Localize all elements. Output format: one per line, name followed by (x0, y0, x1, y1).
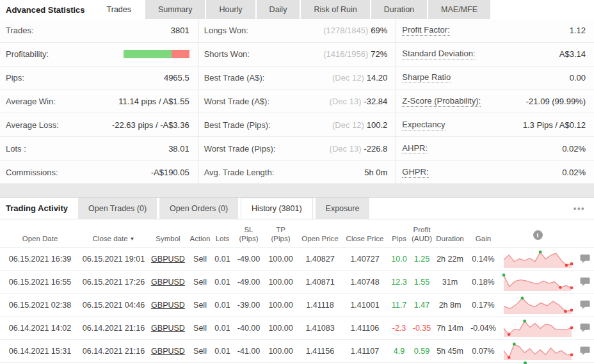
profitability-bar-win (124, 50, 172, 58)
header-cell-lots[interactable]: Lots (211, 219, 234, 247)
header-cell-open-date[interactable]: Open Date (0, 219, 80, 247)
comment-icon[interactable] (576, 323, 594, 333)
tab-hourly[interactable]: Hourly (206, 0, 255, 19)
cell-gain: 0.17% (467, 301, 499, 310)
stat-value: (Dec 12)100.2 (332, 120, 387, 130)
stat-value-muted: (Dec 13) (330, 97, 362, 106)
cell-tp-pips: 100.00 (264, 278, 298, 287)
comment-icon[interactable] (576, 346, 594, 356)
comment-icon[interactable] (576, 254, 594, 264)
stat-value: -A$190.05 (151, 168, 189, 177)
cell-close-date: 06.14.2021 21:16 (80, 324, 147, 333)
stat-value: 0.02% (562, 168, 586, 177)
symbol-link[interactable]: GBPUSD (147, 324, 189, 333)
cell-close-price: 1.41107 (342, 347, 387, 356)
cell-close-price: 1.40748 (342, 278, 387, 287)
tab-risk-of-ruin[interactable]: Risk of Ruin (301, 0, 369, 19)
header-label: Gain (476, 235, 491, 242)
advanced-statistics-panel: Advanced Statistics TradesSummaryHourlyD… (0, 0, 594, 184)
cell-close-date: 06.15.2021 19:01 (80, 255, 147, 264)
header-cell-blank (576, 219, 594, 247)
header-cell-tp[interactable]: TP(Pips) (264, 219, 298, 247)
trade-sparkline-chart (499, 296, 576, 315)
cell-action: Sell (189, 301, 211, 310)
header-cell-duration[interactable]: Duration (433, 219, 467, 247)
comment-icon[interactable] (576, 277, 594, 287)
header-cell-close-date[interactable]: Close date▼ (80, 219, 147, 247)
symbol-link[interactable]: GBPUSD (147, 255, 189, 264)
stat-value-main: 5h 0m (364, 168, 387, 177)
stat-label: Commissions: (6, 168, 58, 177)
stat-row-worst-trade-pips: Worst Trade (Pips):(Dec 13)-226.8 (198, 137, 396, 161)
symbol-link[interactable]: GBPUSD (147, 347, 189, 356)
stat-label: Worst Trade (A$): (204, 97, 269, 106)
header-cell-pips[interactable]: Pips (387, 219, 411, 247)
cell-gain: 0.18% (467, 278, 499, 287)
stat-row-commissions: Commissions:-A$190.05 (0, 161, 198, 184)
stat-row-avg-trade-length: Avg. Trade Length:5h 0m (198, 161, 396, 184)
comment-icon[interactable] (576, 300, 594, 310)
stat-value: 38.01 (168, 144, 189, 154)
table-row: 06.14.2021 15:3106.14.2021 21:16GBPUSDSe… (0, 340, 594, 363)
stat-value-main: 100.2 (367, 120, 388, 130)
stat-label: Longs Won: (204, 26, 248, 35)
cell-open-price: 1.41118 (298, 301, 342, 310)
stat-row-z-score-probability: Z-Score (Probability):-21.09 (99.99%) (396, 90, 594, 114)
stat-value: -22.63 pips / -A$3.36 (112, 120, 189, 130)
next-row-spark-dot (524, 361, 527, 364)
tab-mae-mfe[interactable]: MAE/MFE (428, 0, 490, 19)
cell-profit: 1.55 (411, 278, 433, 287)
stat-value: (1278/1845)69% (323, 26, 387, 35)
header-label: Symbol (156, 235, 180, 242)
cell-open-price: 1.40871 (298, 278, 342, 287)
symbol-link[interactable]: GBPUSD (147, 301, 189, 310)
tab-trades[interactable]: Trades (94, 0, 144, 19)
cell-close-date: 06.15.2021 04:46 (80, 301, 147, 310)
header-label: Lots (216, 235, 230, 242)
header-cell-close-price[interactable]: Close Price (342, 219, 387, 247)
header-cell-sl[interactable]: SL(Pips) (234, 219, 264, 247)
stat-label: Z-Score (Probability): (402, 96, 481, 107)
symbol-link[interactable]: GBPUSD (147, 278, 189, 287)
stat-row-expectancy: Expectancy1.3 Pips / A$0.12 (396, 113, 594, 137)
stat-label: Sharpe Ratio (402, 72, 451, 83)
tab-exposure[interactable]: Exposure (316, 198, 370, 219)
tab-summary[interactable]: Summary (145, 0, 205, 19)
cell-gain: -0.04% (467, 324, 499, 333)
more-menu-button[interactable]: ••• (574, 198, 594, 219)
cell-duration: 31m (433, 278, 467, 287)
header-cell-profit[interactable]: Profit(AUD) (411, 219, 433, 247)
stat-row-profitability: Profitability: (0, 43, 198, 67)
stat-label: Standard Deviation: (402, 49, 475, 59)
header-cell-chart[interactable]: i (499, 219, 576, 247)
cell-open-date: 06.15.2021 16:55 (0, 278, 80, 287)
stat-row-average-loss: Average Loss:-22.63 pips / -A$3.36 (0, 113, 198, 137)
table-row: 06.15.2021 16:3906.15.2021 19:01GBPUSDSe… (0, 248, 594, 271)
tab-open-orders-0[interactable]: Open Orders (0) (159, 198, 238, 219)
cell-action: Sell (189, 255, 211, 264)
stat-row-average-win: Average Win:11.14 pips / A$1.55 (0, 90, 198, 114)
stat-row-shorts-won: Shorts Won:(1416/1956)72% (198, 43, 396, 67)
header-cell-open-price[interactable]: Open Price (298, 219, 342, 247)
stat-value-main: 69% (371, 26, 387, 35)
stat-row-best-trade-pips: Best Trade (Pips):(Dec 12)100.2 (198, 113, 396, 137)
tab-open-trades-0[interactable]: Open Trades (0) (78, 198, 157, 219)
header-cell-symbol[interactable]: Symbol (147, 219, 189, 247)
info-icon[interactable]: i (533, 230, 543, 240)
cell-pips: 10.0 (387, 255, 411, 264)
cell-sl-pips: -49.00 (234, 255, 264, 264)
stat-value-muted: (Dec 12) (332, 73, 364, 83)
tab-history-3801[interactable]: History (3801) (241, 198, 313, 219)
tab-daily[interactable]: Daily (257, 0, 300, 19)
cell-duration: 5h 45m (433, 347, 467, 356)
header-cell-gain[interactable]: Gain (467, 219, 499, 247)
header-label: Action (190, 235, 211, 242)
cell-sl-pips: -40.00 (234, 324, 264, 333)
header-cell-action[interactable]: Action (189, 219, 211, 247)
tab-duration[interactable]: Duration (371, 0, 427, 19)
cell-pips: -2.3 (387, 324, 411, 333)
cell-lots: 0.01 (211, 301, 234, 310)
stat-label: Average Win: (6, 97, 56, 106)
stat-value-main: -32.84 (364, 97, 387, 106)
table-row: 06.15.2021 02:3806.15.2021 04:46GBPUSDSe… (0, 294, 594, 317)
